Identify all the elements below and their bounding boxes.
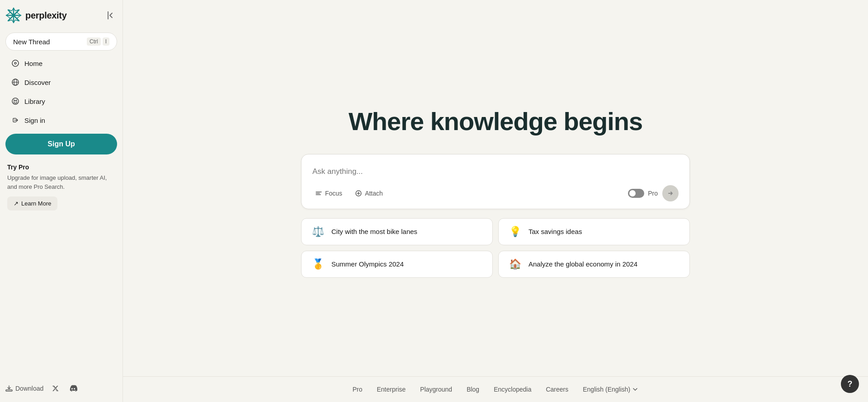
sidebar-item-discover[interactable]: Discover xyxy=(5,73,117,91)
chevron-down-icon xyxy=(632,386,638,393)
download-link[interactable]: Download xyxy=(5,385,43,392)
collapse-sidebar-button[interactable] xyxy=(104,9,117,22)
download-label: Download xyxy=(15,385,43,392)
attach-icon xyxy=(355,190,362,197)
olympics-emoji: 🥇 xyxy=(311,258,325,270)
search-tools-left: Focus Attach xyxy=(312,188,386,199)
bike-lanes-emoji: ⚖️ xyxy=(311,226,325,238)
main-headline: Where knowledge begins xyxy=(349,107,642,136)
help-button[interactable]: ? xyxy=(841,375,859,393)
attach-label: Attach xyxy=(365,190,383,197)
new-thread-label: New Thread xyxy=(13,38,50,46)
focus-icon xyxy=(315,190,322,197)
footer-link-encyclopedia[interactable]: Encyclopedia xyxy=(494,386,531,393)
suggestion-economy[interactable]: 🏠 Analyze the global economy in 2024 xyxy=(498,251,690,278)
pro-promo-description: Upgrade for image upload, smarter AI, an… xyxy=(7,173,115,191)
suggestion-olympics[interactable]: 🥇 Summer Olympics 2024 xyxy=(301,251,493,278)
suggestion-tax-savings[interactable]: 💡 Tax savings ideas xyxy=(498,218,690,245)
focus-button[interactable]: Focus xyxy=(312,188,345,199)
economy-emoji: 🏠 xyxy=(508,258,522,270)
sidebar-item-library[interactable]: Library xyxy=(5,92,117,110)
shortcut-badge: Ctrl I xyxy=(87,37,109,46)
search-toolbar: Focus Attach Pro xyxy=(312,185,679,201)
shortcut-ctrl: Ctrl xyxy=(87,37,101,46)
sidebar-footer: Download xyxy=(5,382,117,395)
bike-lanes-text: City with the most bike lanes xyxy=(331,228,417,235)
download-icon xyxy=(5,385,13,392)
sidebar-nav: Home Discover Library xyxy=(5,54,117,130)
attach-button[interactable]: Attach xyxy=(352,188,386,199)
help-icon: ? xyxy=(848,379,853,389)
sidebar-item-home[interactable]: Home xyxy=(5,54,117,72)
footer-link-enterprise[interactable]: Enterprise xyxy=(377,386,406,393)
pro-toggle[interactable] xyxy=(628,189,644,198)
svg-rect-7 xyxy=(6,390,12,391)
olympics-text: Summer Olympics 2024 xyxy=(331,260,404,268)
sidebar: perplexity New Thread Ctrl I Home xyxy=(0,0,123,402)
home-label: Home xyxy=(24,60,42,67)
signin-label: Sign in xyxy=(24,117,45,124)
logo-icon xyxy=(5,7,22,23)
main-area: Where knowledge begins Focus xyxy=(123,0,868,402)
pro-label: Pro xyxy=(648,190,658,197)
main-content: Where knowledge begins Focus xyxy=(123,0,868,402)
home-icon xyxy=(11,59,20,68)
tax-savings-text: Tax savings ideas xyxy=(528,228,582,235)
search-input[interactable] xyxy=(312,164,679,180)
shortcut-i: I xyxy=(103,37,109,46)
learn-more-label: Learn More xyxy=(21,200,51,207)
learn-more-button[interactable]: ↗ Learn More xyxy=(7,196,57,210)
footer-link-careers[interactable]: Careers xyxy=(546,386,568,393)
footer-link-pro[interactable]: Pro xyxy=(353,386,363,393)
suggestions-grid: ⚖️ City with the most bike lanes 💡 Tax s… xyxy=(301,218,690,278)
pro-toggle-container: Pro xyxy=(628,189,658,198)
library-label: Library xyxy=(24,98,45,105)
pro-promo-title: Try Pro xyxy=(7,164,115,171)
submit-button[interactable] xyxy=(662,185,679,201)
learn-more-arrow-icon: ↗ xyxy=(14,200,19,207)
new-thread-button[interactable]: New Thread Ctrl I xyxy=(5,33,117,51)
focus-label: Focus xyxy=(325,190,342,197)
pro-promo-section: Try Pro Upgrade for image upload, smarte… xyxy=(5,164,117,395)
footer-link-playground[interactable]: Playground xyxy=(420,386,452,393)
footer: Pro Enterprise Playground Blog Encyclope… xyxy=(123,376,868,402)
library-icon xyxy=(11,97,20,106)
svg-point-1 xyxy=(12,60,19,66)
submit-arrow-icon xyxy=(667,190,674,197)
logo: perplexity xyxy=(5,7,66,23)
search-tools-right: Pro xyxy=(628,185,679,201)
language-label: English (English) xyxy=(583,386,630,393)
footer-link-blog[interactable]: Blog xyxy=(467,386,479,393)
globe-icon xyxy=(11,78,20,87)
signin-icon xyxy=(11,116,20,125)
svg-point-2 xyxy=(14,62,16,64)
logo-text: perplexity xyxy=(25,10,66,21)
twitter-x-icon[interactable] xyxy=(49,382,61,395)
signup-button[interactable]: Sign Up xyxy=(5,134,117,154)
sidebar-header: perplexity xyxy=(5,7,117,23)
collapse-icon xyxy=(106,11,115,20)
economy-text: Analyze the global economy in 2024 xyxy=(528,260,637,268)
sidebar-item-signin[interactable]: Sign in xyxy=(5,111,117,129)
discord-icon[interactable] xyxy=(67,382,80,395)
discover-label: Discover xyxy=(24,79,51,86)
language-selector[interactable]: English (English) xyxy=(583,386,638,393)
suggestion-bike-lanes[interactable]: ⚖️ City with the most bike lanes xyxy=(301,218,493,245)
tax-savings-emoji: 💡 xyxy=(508,226,522,238)
search-container: Focus Attach Pro xyxy=(301,154,690,209)
